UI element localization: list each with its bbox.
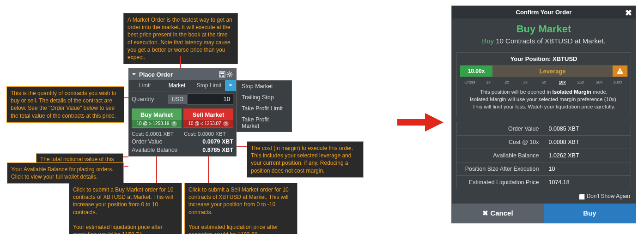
tab-market[interactable]: Market [161, 80, 193, 91]
order-value-row: Order Value 0.0079 XBT [129, 138, 236, 146]
svg-rect-18 [620, 72, 620, 73]
quantity-label: Quantity [132, 96, 168, 102]
close-icon: ✖ [482, 209, 488, 217]
table-value: 0.0008 XBT [544, 136, 631, 149]
leverage-ticks[interactable]: Cross1x2x3x5x10x25x50x100x [460, 77, 628, 84]
svg-rect-1 [220, 72, 224, 74]
leverage-tick[interactable]: 1x [479, 80, 498, 84]
buy-sub: 10 @ ≥ 1253.19 [136, 121, 169, 126]
table-value: 1.0262 XBT [544, 149, 631, 162]
position-block: Your Position: XBTUSD 10.00x Leverage Cr… [456, 52, 631, 117]
quantity-row: Quantity USD [129, 91, 236, 107]
cost-buy-label: Cost: 0.0001 XBT [132, 131, 181, 137]
table-label: Available Balance [457, 149, 544, 162]
dropdown-item-stop-market[interactable]: Stop Market [237, 81, 292, 92]
table-value: 10 [544, 162, 631, 175]
warning-icon [613, 66, 627, 77]
table-row: Estimated Liquidation Price1074.18 [457, 175, 631, 189]
dont-show-checkbox[interactable]: Don't Show Again [579, 193, 630, 199]
leverage-bar: 10.00x Leverage [460, 65, 628, 77]
dialog-sub-buy: Buy [482, 37, 494, 45]
svg-line-13 [227, 72, 228, 73]
help-icon[interactable]: ? [223, 121, 229, 126]
table-row: Position Size After Execution10 [457, 162, 631, 175]
tooltip-cost: The cost (in margin) to execute this ord… [247, 141, 364, 178]
available-balance-label: Available Balance [132, 147, 202, 153]
quantity-input[interactable] [187, 93, 233, 105]
confirm-order-dialog: Confirm Your Order ✖ Buy Market Buy 10 C… [451, 6, 636, 223]
leverage-value: 10.00x [460, 66, 492, 77]
dialog-title: Buy Market [452, 18, 636, 37]
help-icon[interactable]: ? [171, 121, 177, 126]
order-type-tabs: Limit Market Stop Limit [129, 80, 236, 91]
tooltip-buy: Click to submit a Buy Market order for 1… [69, 183, 182, 234]
leverage-tick[interactable]: 100x [608, 80, 627, 84]
leverage-tick[interactable]: 5x [535, 80, 553, 84]
svg-point-4 [223, 75, 224, 76]
buy-market-button[interactable]: Buy Market 10 @ ≥ 1253.19? [132, 108, 182, 128]
calculator-icon[interactable] [219, 71, 226, 78]
cancel-button[interactable]: ✖Cancel [452, 204, 544, 223]
svg-line-16 [227, 76, 228, 77]
table-label: Position Size After Execution [457, 162, 544, 175]
order-value-label: Order Value [132, 138, 202, 145]
tooltip-sell: Click to submit a Sell Market order for … [184, 183, 298, 234]
sell-sub: 10 @ ≤ 1253.07 [188, 121, 221, 126]
place-order-panel: Place Order Limit Market Stop Limit Quan… [128, 68, 237, 156]
dropdown-item-trailing-stop[interactable]: Trailing Stop [237, 92, 292, 103]
leverage-tick[interactable]: 2x [498, 80, 516, 84]
table-label: Cost @ 10x [457, 136, 544, 149]
tab-more-dropdown[interactable] [225, 80, 236, 91]
tab-stop-limit[interactable]: Stop Limit [193, 80, 225, 91]
dialog-subtitle: Buy 10 Contracts of XBTUSD at Market. [452, 37, 636, 49]
svg-point-3 [222, 75, 223, 76]
available-balance-row[interactable]: Available Balance 0.8785 XBT [129, 146, 236, 156]
order-type-dropdown-menu: Stop Market Trailing Stop Take Profit Li… [237, 80, 292, 132]
sell-market-button[interactable]: Sell Market 10 @ ≤ 1253.07? [183, 108, 233, 128]
leverage-tick[interactable]: 50x [590, 80, 608, 84]
available-balance-amount: 0.8785 XBT [202, 147, 233, 153]
leverage-tick[interactable]: 3x [516, 80, 535, 84]
order-value-amount: 0.0079 XBT [202, 138, 233, 145]
tooltip-quantity: This is the quantity of contracts you wi… [6, 86, 124, 123]
cost-sell-label: Cost: 0.0000 XBT [181, 131, 233, 137]
svg-line-14 [231, 76, 232, 77]
table-row: Available Balance1.0262 XBT [457, 149, 631, 162]
dropdown-item-take-profit-limit[interactable]: Take Profit Limit [237, 103, 292, 114]
gear-icon[interactable] [226, 71, 233, 78]
panel-header: Place Order [129, 69, 236, 80]
close-icon[interactable]: ✖ [625, 8, 632, 18]
svg-point-5 [220, 76, 221, 77]
svg-point-6 [222, 76, 223, 77]
leverage-label: Leverage [492, 66, 613, 77]
table-row: Cost @ 10x0.0008 XBT [457, 135, 631, 149]
dialog-title-bar: Confirm Your Order [516, 9, 572, 16]
cost-row: Cost: 0.0001 XBT Cost: 0.0000 XBT [129, 130, 236, 138]
arrow-icon [397, 111, 444, 134]
buy-button-label: Buy Market [140, 111, 173, 118]
tooltip-available-balance: Your Available Balance for placing order… [7, 162, 124, 184]
svg-line-15 [231, 72, 232, 73]
position-title: Your Position: XBTUSD [460, 55, 628, 65]
table-row: Order Value0.0085 XBT [457, 122, 631, 135]
table-value: 1074.18 [544, 176, 631, 189]
margin-note: This position will be opened in Isolated… [460, 84, 628, 114]
dropdown-item-take-profit-market[interactable]: Take Profit Market [237, 114, 292, 132]
chevron-down-icon[interactable] [132, 72, 136, 77]
table-value: 0.0085 XBT [544, 122, 631, 135]
leverage-tick[interactable]: 25x [571, 80, 590, 84]
summary-table: Order Value0.0085 XBTCost @ 10x0.0008 XB… [456, 122, 631, 189]
dialog-sub-rest: 10 Contracts of XBTUSD at Market. [494, 37, 606, 45]
table-label: Order Value [457, 122, 544, 135]
leverage-tick[interactable]: Cross [461, 80, 479, 84]
tab-limit[interactable]: Limit [129, 80, 161, 91]
dialog-header: Confirm Your Order ✖ [452, 6, 636, 18]
table-label: Estimated Liquidation Price [457, 176, 544, 189]
svg-point-7 [223, 76, 224, 77]
leverage-tick[interactable]: 10x [553, 80, 571, 84]
confirm-buy-button[interactable]: Buy [544, 204, 636, 223]
svg-rect-17 [620, 70, 620, 72]
sell-button-label: Sell Market [193, 111, 225, 118]
svg-point-2 [220, 75, 221, 76]
currency-badge: USD [168, 95, 187, 104]
